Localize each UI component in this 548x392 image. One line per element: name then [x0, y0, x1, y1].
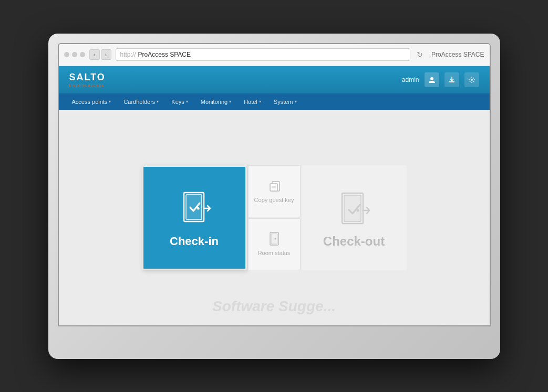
checkout-card[interactable]: Check-out — [302, 165, 407, 270]
nav-right: admin — [402, 72, 479, 87]
checkin-label: Check-in — [170, 235, 219, 248]
admin-label: admin — [402, 76, 419, 83]
svg-point-12 — [274, 238, 276, 239]
laptop-screen: ‹ › http:// ProAccess SPACE ↻ ProAccess … — [58, 43, 491, 326]
browser-dots — [64, 52, 85, 57]
url-protocol: http:// — [120, 51, 136, 58]
menu-keys[interactable]: Keys ▾ — [166, 97, 193, 107]
svg-point-2 — [471, 79, 473, 81]
menu-system-chevron: ▾ — [295, 99, 297, 104]
menu-access-points-label: Access points — [72, 99, 108, 105]
top-nav: SALTO inspiredaccess admin — [59, 66, 490, 93]
menu-monitoring-label: Monitoring — [201, 99, 228, 105]
laptop-frame: ‹ › http:// ProAccess SPACE ↻ ProAccess … — [48, 34, 500, 359]
copy-guest-key-label: Copy guest key — [254, 196, 294, 204]
menu-cardholders[interactable]: Cardholders ▾ — [118, 97, 164, 107]
url-bar[interactable]: http:// ProAccess SPACE — [116, 48, 411, 61]
menu-system-label: System — [274, 99, 293, 105]
menu-hotel-label: Hotel — [244, 99, 257, 105]
watermark: Software Sugge... — [212, 298, 336, 315]
menu-monitoring[interactable]: Monitoring ▾ — [195, 97, 236, 107]
menu-keys-chevron: ▾ — [186, 99, 188, 104]
svg-rect-14 — [344, 195, 361, 221]
inspired-text: inspired — [69, 83, 88, 88]
salto-logo: SALTO inspiredaccess — [69, 72, 106, 88]
svg-rect-4 — [186, 195, 202, 219]
user-profile-icon[interactable] — [425, 72, 439, 87]
access-text: access — [88, 83, 105, 88]
menu-access-points-chevron: ▾ — [109, 99, 111, 104]
refresh-icon[interactable]: ↻ — [415, 50, 425, 59]
room-status-label: Room status — [258, 249, 291, 257]
forward-arrow[interactable]: › — [101, 49, 111, 60]
menu-keys-label: Keys — [171, 99, 184, 105]
dot-yellow — [72, 52, 77, 57]
svg-point-15 — [356, 209, 359, 211]
salto-logo-text: SALTO — [69, 72, 106, 83]
settings-icon[interactable] — [464, 72, 479, 87]
copy-guest-key-option[interactable]: Copy guest key — [248, 165, 301, 217]
checkout-label: Check-out — [323, 234, 385, 249]
svg-point-5 — [197, 207, 199, 209]
menu-cardholders-label: Cardholders — [123, 99, 155, 105]
svg-rect-11 — [271, 234, 277, 244]
menu-monitoring-chevron: ▾ — [229, 99, 231, 104]
menu-hotel-chevron: ▾ — [259, 99, 261, 104]
svg-rect-1 — [449, 81, 454, 82]
menu-bar: Access points ▾ Cardholders ▾ Keys ▾ Mon… — [59, 93, 490, 110]
browser-tab-label: ProAccess SPACE — [431, 51, 484, 58]
checkin-card[interactable]: Check-in — [142, 165, 247, 270]
cards-container: Check-in — [142, 165, 407, 270]
main-content: Check-in — [59, 110, 490, 325]
nav-arrows[interactable]: ‹ › — [89, 49, 111, 60]
browser-chrome: ‹ › http:// ProAccess SPACE ↻ ProAccess … — [59, 44, 490, 66]
svg-point-0 — [430, 77, 433, 80]
download-icon[interactable] — [444, 72, 459, 87]
menu-system[interactable]: System ▾ — [268, 97, 302, 107]
menu-cardholders-chevron: ▾ — [157, 99, 159, 104]
salto-logo-sub: inspiredaccess — [69, 83, 106, 88]
dot-green — [80, 52, 85, 57]
url-domain: ProAccess SPACE — [138, 51, 191, 58]
dot-red — [64, 52, 69, 57]
side-options: Copy guest key Room status — [248, 165, 301, 270]
svg-rect-7 — [270, 184, 277, 191]
menu-access-points[interactable]: Access points ▾ — [67, 97, 117, 107]
menu-hotel[interactable]: Hotel ▾ — [239, 97, 266, 107]
app-content: SALTO inspiredaccess admin — [59, 66, 490, 325]
room-status-option[interactable]: Room status — [248, 218, 301, 270]
back-arrow[interactable]: ‹ — [89, 49, 100, 60]
